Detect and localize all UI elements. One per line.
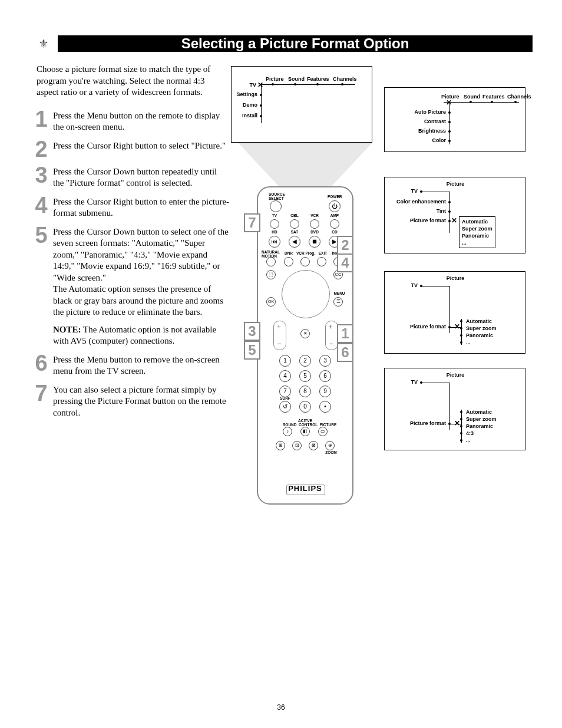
step-number: 6 (29, 353, 53, 373)
format-button: ⬚ (266, 270, 276, 279)
ray-shape (238, 143, 372, 189)
menu-panel-3: Picture TV Color enhancement Tint Pictur… (384, 177, 525, 253)
menu-item: TV (396, 379, 418, 385)
label-row: ACITVESOUND CONTROL PICTURE (283, 419, 328, 427)
tab: Channels (507, 94, 531, 100)
button: ⊠ (309, 441, 318, 450)
menu-panel-5: Picture TV Picture format ✕ Automatic Su… (384, 368, 525, 450)
callout-1: 1 (337, 324, 353, 343)
num-button: 3 (319, 355, 331, 367)
submenu: Automatic Super zoom Panoramic ... (459, 216, 495, 248)
step-text: Press the Cursor Down button to select o… (53, 225, 230, 347)
step-number: 3 (29, 165, 53, 185)
label: EXIT (316, 251, 330, 255)
menu-button: ☰ (333, 297, 343, 307)
ok-button: OK (266, 297, 276, 307)
step-number: 5 (29, 225, 53, 245)
menu-item: TV (235, 82, 256, 88)
figure-area: Picture Sound Features Channels TV ✕ Set… (231, 64, 531, 512)
button (284, 257, 293, 266)
menu-item: Settings (232, 91, 257, 97)
num-button: 4 (279, 370, 291, 382)
submenu: Automatic Super zoom Panoramic 4:3 ... (464, 409, 497, 444)
submenu-item: ... (466, 339, 497, 346)
step-text: Press the Cursor Right button to enter t… (53, 195, 230, 219)
transport-button: ◀ (289, 236, 300, 248)
callout-5: 5 (244, 341, 260, 360)
cursor-icon: ✕ (257, 81, 263, 89)
label: CD (328, 230, 342, 234)
device-button (290, 219, 299, 229)
manual-page: ⚜ Selecting a Picture Format Option Choo… (0, 0, 562, 728)
button (266, 257, 276, 266)
transport-button: ⏮ (269, 236, 280, 248)
menu-item: TV (396, 282, 418, 288)
note-label: NOTE: (53, 325, 81, 334)
callout-7: 7 (244, 213, 260, 232)
step-text: Press the Menu button on the remote to d… (53, 109, 230, 133)
step-text: You can also select a picture format sim… (53, 383, 230, 419)
num-button: 7 (279, 386, 291, 397)
tab: Features (482, 94, 505, 100)
cursor-icon: ✕ (454, 419, 460, 427)
menu-item: TV (396, 188, 418, 194)
menu-item: Picture format (391, 420, 446, 426)
submenu-item: Super zoom (466, 416, 497, 423)
cursor-icon: ✕ (454, 322, 460, 331)
intro-paragraph: Choose a picture format size to match th… (37, 64, 219, 98)
menu-panel-4: Picture TV Picture format ✕ Automatic Su… (384, 271, 525, 354)
tab: Features (307, 76, 329, 82)
panel-title: Picture (385, 181, 526, 187)
step-number: 7 (29, 383, 53, 403)
cursor-icon: ✕ (446, 98, 452, 107)
callout-3: 3 (244, 322, 260, 341)
tab: Channels (333, 76, 357, 82)
page-number: 36 (0, 703, 562, 711)
menu-item: Install (232, 113, 257, 118)
surf-button: ↺ (279, 401, 291, 413)
menu-item: Picture format (391, 218, 446, 223)
submenu-item: Super zoom (462, 225, 492, 232)
step-6: 6 Press the Menu button to remove the on… (29, 353, 230, 377)
num-button: 0 (299, 401, 311, 413)
submenu-item: Automatic (462, 218, 492, 225)
step-5-main: Press the Cursor Down button to select o… (53, 227, 229, 282)
submenu-item: Panoramic (466, 332, 497, 339)
title-bar: ⚜ Selecting a Picture Format Option (29, 35, 533, 52)
steps-list: 1 Press the Menu button on the remote to… (29, 109, 230, 419)
submenu-item: ... (462, 239, 492, 246)
step-2: 2 Press the Cursor Right button to selec… (29, 139, 230, 159)
panel-title: Picture (385, 372, 526, 378)
button (317, 257, 326, 266)
active-control-button: ◧ (300, 427, 310, 436)
label-surf: SURF (278, 396, 292, 400)
submenu-item: Panoramic (462, 232, 492, 239)
submenu: Automatic Super zoom Panoramic ... (464, 318, 497, 346)
label: VCR (308, 213, 322, 218)
tab: Sound (288, 76, 305, 82)
emblem-icon: ⚜ (29, 35, 58, 52)
menu-panel-2: Picture Sound Features Channels ✕ Auto P… (384, 87, 525, 152)
menu-item: Contrast (402, 118, 446, 124)
label: SAT (287, 230, 302, 234)
transport-button: ⏹ (309, 236, 320, 248)
menu-item: Auto Picture (402, 109, 446, 115)
step-text: Press the Menu button to remove the on-s… (53, 353, 230, 377)
step-number: 1 (29, 109, 53, 129)
label: DNR (282, 251, 296, 255)
step-1: 1 Press the Menu button on the remote to… (29, 109, 230, 133)
menu-item: Color enhancement (391, 199, 446, 205)
num-button: 2 (299, 355, 311, 367)
menu-item: Tint (391, 208, 446, 214)
label: VCR Prog. (296, 251, 316, 255)
label-zoom: ZOOM (324, 450, 338, 454)
device-button (270, 219, 279, 229)
menu-item: Picture format (391, 324, 446, 330)
num-button: 5 (299, 370, 311, 382)
step-5: 5 Press the Cursor Down button to select… (29, 225, 230, 347)
label-menu: MENU (332, 291, 346, 295)
submenu-item: ... (466, 437, 497, 444)
menu-panel-1: Picture Sound Features Channels TV ✕ Set… (231, 66, 372, 143)
panel-title: Picture (385, 275, 526, 281)
step-text: Press the Cursor Down button repeatedly … (53, 165, 230, 189)
